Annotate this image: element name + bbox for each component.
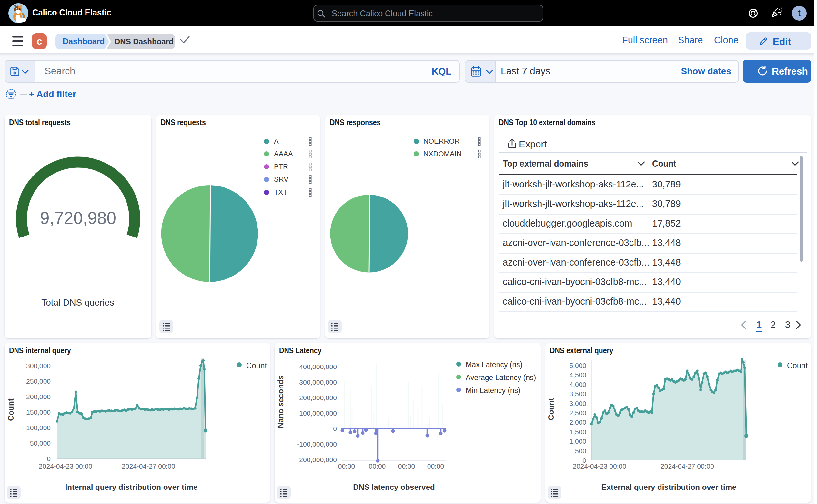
svg-text:300,000: 300,000 [26, 362, 51, 369]
svg-text:-200,000,000: -200,000,000 [297, 456, 337, 463]
svg-text:Total DNS queries: Total DNS queries [41, 297, 114, 307]
svg-text:3,000: 3,000 [569, 400, 586, 407]
svg-text:2024-04-27 00:00: 2024-04-27 00:00 [661, 462, 714, 470]
svg-text:100,000: 100,000 [26, 424, 51, 431]
svg-text:2,000: 2,000 [569, 418, 586, 426]
svg-text:0: 0 [47, 455, 51, 462]
svg-text:300,000,000: 300,000,000 [299, 378, 337, 386]
svg-text:4,000: 4,000 [569, 381, 586, 388]
svg-text:500: 500 [575, 447, 586, 455]
svg-text:200,000: 200,000 [26, 393, 51, 400]
svg-text:Count: Count [6, 398, 15, 421]
svg-text:External query distribution ov: External query distribution over time [601, 483, 737, 491]
svg-text:2024-04-27 00:00: 2024-04-27 00:00 [122, 462, 175, 470]
svg-text:00:00: 00:00 [338, 462, 355, 470]
svg-text:3,500: 3,500 [569, 390, 586, 398]
svg-text:2024-04-23 00:00: 2024-04-23 00:00 [573, 462, 626, 470]
svg-text:00:00: 00:00 [427, 462, 444, 470]
svg-text:50,000: 50,000 [30, 439, 51, 447]
svg-text:2024-04-23 00:00: 2024-04-23 00:00 [39, 462, 92, 470]
svg-text:2,500: 2,500 [569, 409, 586, 417]
svg-text:250,000: 250,000 [26, 378, 51, 385]
svg-text:1,500: 1,500 [569, 428, 586, 436]
svg-text:400,000,000: 400,000,000 [299, 363, 337, 370]
svg-text:Nano seconds: Nano seconds [276, 375, 285, 428]
svg-text:Internal query distribution ov: Internal query distribution over time [65, 483, 198, 491]
svg-text:5,000: 5,000 [569, 362, 586, 369]
svg-text:1,000: 1,000 [569, 438, 586, 445]
svg-text:4,500: 4,500 [569, 371, 586, 378]
svg-text:00:00: 00:00 [398, 462, 415, 470]
svg-text:Count: Count [547, 398, 555, 420]
svg-text:DNS latency observed: DNS latency observed [353, 483, 435, 491]
svg-text:9,720,980: 9,720,980 [40, 208, 116, 227]
svg-text:200,000,000: 200,000,000 [299, 394, 337, 401]
svg-text:0: 0 [333, 425, 337, 432]
svg-text:100,000,000: 100,000,000 [299, 409, 337, 417]
svg-text:00:00: 00:00 [369, 462, 386, 470]
svg-text:-100,000,000: -100,000,000 [297, 440, 337, 448]
svg-text:150,000: 150,000 [26, 408, 51, 416]
